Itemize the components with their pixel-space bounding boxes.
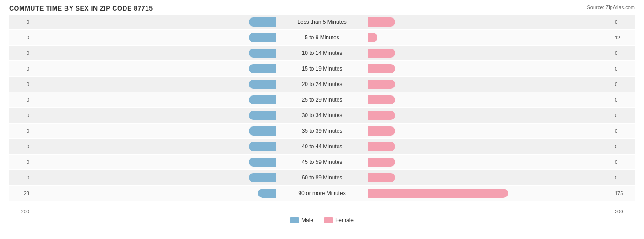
left-value: 0	[9, 35, 32, 40]
left-value: 23	[9, 190, 32, 196]
bar-section: 60 to 89 Minutes	[32, 170, 612, 185]
bar-label: 5 to 9 Minutes	[276, 34, 368, 41]
bar-male	[249, 80, 276, 89]
left-bar-container	[32, 64, 276, 74]
axis-left: 200	[9, 209, 32, 214]
right-value: 0	[612, 19, 635, 25]
left-value: 0	[9, 50, 32, 56]
bar-female	[368, 80, 395, 89]
right-value: 0	[612, 159, 635, 165]
bar-female	[368, 17, 395, 27]
left-bar-container	[32, 157, 276, 167]
left-bar-container	[32, 173, 276, 183]
legend-female-label: Female	[335, 217, 354, 223]
left-bar-container	[32, 33, 276, 43]
bar-male	[258, 189, 276, 198]
right-value: 0	[612, 66, 635, 71]
bar-label: Less than 5 Minutes	[276, 19, 368, 25]
chart-area: 0 Less than 5 Minutes 0 0	[9, 15, 635, 207]
right-value: 0	[612, 97, 635, 103]
legend-female: Female	[324, 217, 354, 223]
bar-row: 0 45 to 59 Minutes 0	[9, 155, 635, 169]
bar-row: 0 30 to 34 Minutes 0	[9, 108, 635, 123]
bars-wrapper: 35 to 39 Minutes	[32, 124, 612, 138]
bar-row: 23 90 or more Minutes 175	[9, 186, 635, 201]
right-bar-container	[368, 33, 612, 43]
bar-row: 0 60 to 89 Minutes 0	[9, 170, 635, 185]
bar-section: 25 to 29 Minutes	[32, 92, 612, 107]
right-bar-container	[368, 17, 612, 27]
left-value: 0	[9, 19, 32, 25]
bar-male	[249, 142, 276, 151]
bar-section: Less than 5 Minutes	[32, 15, 612, 29]
bar-male	[249, 158, 276, 167]
left-value: 0	[9, 175, 32, 180]
right-bar-container	[368, 141, 612, 152]
bar-row: 0 35 to 39 Minutes 0	[9, 124, 635, 138]
bar-female	[368, 142, 395, 151]
right-bar-container	[368, 157, 612, 167]
bar-male	[249, 49, 276, 58]
bar-section: 40 to 44 Minutes	[32, 139, 612, 154]
bars-wrapper: 30 to 34 Minutes	[32, 108, 612, 123]
bar-label: 40 to 44 Minutes	[276, 143, 368, 150]
right-bar-container	[368, 173, 612, 183]
left-bar-container	[32, 79, 276, 89]
bar-female	[368, 158, 395, 167]
left-bar-container	[32, 48, 276, 58]
bar-male	[249, 33, 276, 42]
bar-section: 90 or more Minutes	[32, 186, 612, 201]
bar-label: 30 to 34 Minutes	[276, 112, 368, 119]
bar-label: 45 to 59 Minutes	[276, 159, 368, 165]
bars-wrapper: 60 to 89 Minutes	[32, 170, 612, 185]
bar-female	[368, 126, 395, 136]
left-bar-container	[32, 126, 276, 136]
right-bar-container	[368, 126, 612, 136]
bar-label: 10 to 14 Minutes	[276, 50, 368, 56]
legend-female-box	[324, 217, 333, 223]
right-value: 0	[612, 144, 635, 149]
bar-female	[368, 33, 377, 42]
right-value: 0	[612, 113, 635, 118]
bar-male	[249, 111, 276, 120]
bar-row: 0 40 to 44 Minutes 0	[9, 139, 635, 154]
bars-wrapper: Less than 5 Minutes	[32, 15, 612, 29]
bar-male	[249, 126, 276, 136]
left-value: 0	[9, 81, 32, 87]
left-bar-container	[32, 17, 276, 27]
right-value: 175	[612, 190, 635, 196]
bar-male	[249, 17, 276, 27]
left-bar-container	[32, 110, 276, 120]
bars-wrapper: 15 to 19 Minutes	[32, 61, 612, 76]
bar-section: 45 to 59 Minutes	[32, 155, 612, 169]
bar-section: 30 to 34 Minutes	[32, 108, 612, 123]
bar-row: 0 20 to 24 Minutes 0	[9, 77, 635, 92]
bars-wrapper: 40 to 44 Minutes	[32, 139, 612, 154]
left-bar-container	[32, 141, 276, 152]
bars-wrapper: 10 to 14 Minutes	[32, 46, 612, 60]
bar-row: 0 25 to 29 Minutes 0	[9, 92, 635, 107]
bar-section: 10 to 14 Minutes	[32, 46, 612, 60]
bar-female	[368, 173, 395, 182]
left-value: 0	[9, 113, 32, 118]
bar-row: 0 10 to 14 Minutes 0	[9, 46, 635, 60]
bar-section: 15 to 19 Minutes	[32, 61, 612, 76]
bar-section: 35 to 39 Minutes	[32, 124, 612, 138]
bar-female	[368, 111, 395, 120]
right-value: 12	[612, 35, 635, 40]
bar-section: 5 to 9 Minutes	[32, 30, 612, 45]
bar-row: 0 Less than 5 Minutes 0	[9, 15, 635, 29]
right-value: 0	[612, 175, 635, 180]
bar-female	[368, 95, 395, 104]
left-value: 0	[9, 159, 32, 165]
right-bar-container	[368, 95, 612, 105]
left-value: 0	[9, 128, 32, 134]
bar-female	[368, 64, 395, 73]
bar-male	[249, 64, 276, 73]
axis-row: 200 200	[9, 209, 635, 214]
source-text: Source: ZipAtlas.com	[587, 5, 635, 10]
left-value: 0	[9, 144, 32, 149]
bar-label: 35 to 39 Minutes	[276, 128, 368, 134]
bar-label: 90 or more Minutes	[276, 190, 368, 196]
bar-row: 0 15 to 19 Minutes 0	[9, 61, 635, 76]
